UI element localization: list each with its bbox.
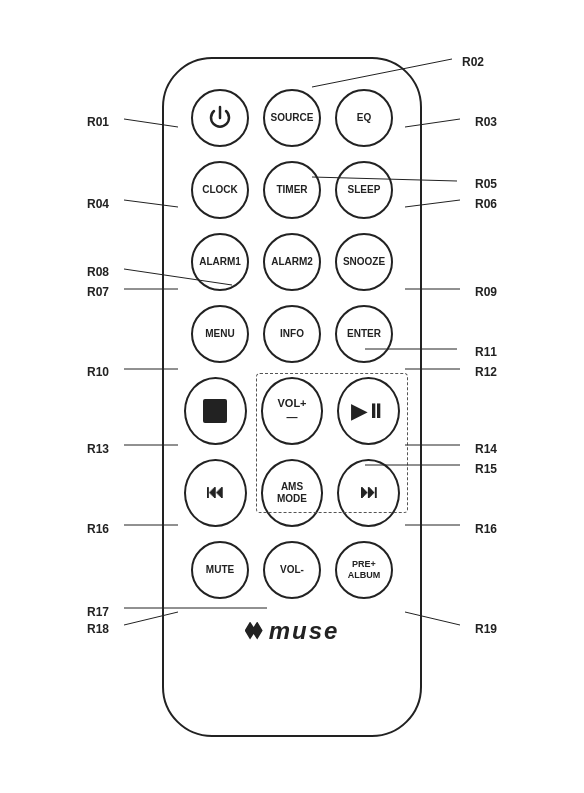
enter-button[interactable]: ENTER [335,305,393,363]
eq-button[interactable]: EQ [335,89,393,147]
playpause-button[interactable]: ▶⏸ [337,377,400,445]
label-R11: R11 [475,345,497,359]
label-R04: R04 [87,197,109,211]
label-R09: R09 [475,285,497,299]
timer-button[interactable]: TIMER [263,161,321,219]
label-R19: R19 [475,622,497,636]
source-button[interactable]: SOURCE [263,89,321,147]
mute-button[interactable]: MUTE [191,541,249,599]
btn-row-4: MENU INFO ENTER [184,305,400,363]
volminus-button[interactable]: VOL- [263,541,321,599]
brand-logo: muse [245,617,340,645]
label-R16-right: R16 [475,522,497,536]
remote-body: SOURCE EQ CLOCK TIMER SLEEP ALARM1 ALARM… [162,57,422,737]
label-R05: R05 [475,177,497,191]
btn-row-5: VOL+— ▶⏸ [184,377,400,445]
menu-button[interactable]: MENU [191,305,249,363]
remote-wrapper: R02 R01 R03 R04 R05 R06 R08 R07 R09 R10 … [82,37,502,757]
btn-row-6: ⏮ AMSMODE ⏭ [184,459,400,527]
info-button[interactable]: INFO [263,305,321,363]
btn-row-7: MUTE VOL- PRE+ALBUM [184,541,400,599]
label-R01: R01 [87,115,109,129]
alarm2-button[interactable]: ALARM2 [263,233,321,291]
brand-name: muse [269,617,340,645]
stop-icon [203,399,227,423]
btn-row-1: SOURCE EQ [184,89,400,147]
label-R02: R02 [462,55,484,69]
label-R15: R15 [475,462,497,476]
label-R18: R18 [87,622,109,636]
label-R12: R12 [475,365,497,379]
prev-button[interactable]: ⏮ [184,459,247,527]
page: R02 R01 R03 R04 R05 R06 R08 R07 R09 R10 … [0,0,584,793]
prealbum-button[interactable]: PRE+ALBUM [335,541,393,599]
brand-area: muse [245,617,340,645]
label-R03: R03 [475,115,497,129]
amsmode-button[interactable]: AMSMODE [261,459,324,527]
label-R14: R14 [475,442,497,456]
label-R13: R13 [87,442,109,456]
power-button[interactable] [191,89,249,147]
label-R17: R17 [87,605,109,619]
btn-row-3: ALARM1 ALARM2 SNOOZE [184,233,400,291]
clock-button[interactable]: CLOCK [191,161,249,219]
stop-button[interactable] [184,377,247,445]
label-R16-left: R16 [87,522,109,536]
label-R10: R10 [87,365,109,379]
snooze-button[interactable]: SNOOZE [335,233,393,291]
brand-icon [245,622,263,640]
btn-row-2: CLOCK TIMER SLEEP [184,161,400,219]
next-button[interactable]: ⏭ [337,459,400,527]
sleep-button[interactable]: SLEEP [335,161,393,219]
alarm1-button[interactable]: ALARM1 [191,233,249,291]
volplus-button[interactable]: VOL+— [261,377,324,445]
label-R06: R06 [475,197,497,211]
label-R08: R08 [87,265,109,279]
label-R07: R07 [87,285,109,299]
